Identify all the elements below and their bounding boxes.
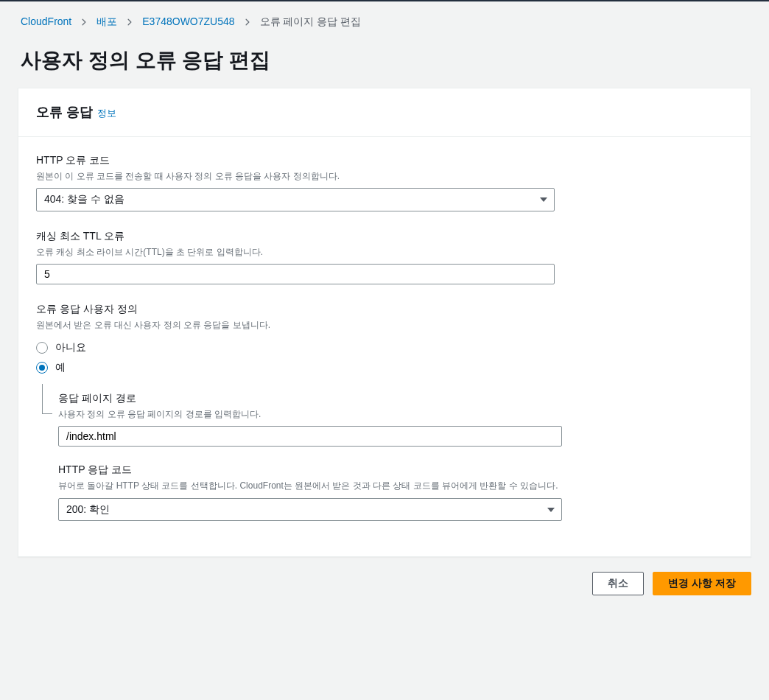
breadcrumb-distributions[interactable]: 배포: [96, 15, 117, 29]
cache-min-ttl-input[interactable]: [36, 264, 555, 284]
error-response-panel: 오류 응답 정보 HTTP 오류 코드 원본이 이 오류 코드를 전송할 때 사…: [18, 88, 751, 558]
panel-title: 오류 응답: [36, 103, 93, 122]
button-row: 취소 변경 사항 저장: [0, 557, 769, 604]
field-http-error-code: HTTP 오류 코드 원본이 이 오류 코드를 전송할 때 사용자 정의 오류 …: [36, 153, 733, 211]
breadcrumb-distribution-id[interactable]: E3748OWO7ZU548: [142, 15, 234, 29]
panel-header: 오류 응답 정보: [18, 88, 751, 137]
field-cache-min-ttl: 캐싱 최소 TTL 오류 오류 캐싱 최소 라이브 시간(TTL)을 초 단위로…: [36, 229, 733, 284]
radio-icon: [36, 342, 48, 354]
breadcrumb: CloudFront 배포 E3748OWO7ZU548 오류 페이지 응답 편…: [0, 1, 769, 35]
field-label: 오류 응답 사용자 정의: [36, 302, 733, 317]
radio-label: 예: [55, 360, 66, 375]
radio-option-no[interactable]: 아니요: [36, 337, 733, 358]
field-response-page-path: 응답 페이지 경로 사용자 정의 오류 응답 페이지의 경로를 입력합니다.: [58, 391, 733, 447]
field-desc: 뷰어로 돌아갈 HTTP 상태 코드를 선택합니다. CloudFront는 원…: [58, 480, 733, 492]
field-label: HTTP 응답 코드: [58, 463, 733, 477]
breadcrumb-cloudfront[interactable]: CloudFront: [21, 15, 71, 29]
radio-icon: [36, 362, 48, 374]
info-link[interactable]: 정보: [97, 107, 116, 120]
radio-label: 아니요: [55, 340, 86, 355]
save-button[interactable]: 변경 사항 저장: [653, 572, 751, 595]
select-value: 200: 확인: [58, 498, 562, 522]
page-title: 사용자 정의 오류 응답 편집: [0, 35, 769, 88]
response-page-path-input[interactable]: [58, 426, 562, 447]
select-value: 404: 찾을 수 없음: [36, 188, 555, 211]
chevron-right-icon: [126, 18, 133, 26]
field-desc: 원본에서 받은 오류 대신 사용자 정의 오류 응답을 보냅니다.: [36, 319, 733, 332]
field-label: 응답 페이지 경로: [58, 391, 733, 406]
breadcrumb-current: 오류 페이지 응답 편집: [260, 15, 362, 29]
radio-option-yes[interactable]: 예: [36, 357, 733, 378]
chevron-right-icon: [244, 18, 251, 26]
cancel-button[interactable]: 취소: [592, 572, 644, 595]
field-label: 캐싱 최소 TTL 오류: [36, 229, 733, 244]
field-http-response-code: HTTP 응답 코드 뷰어로 돌아갈 HTTP 상태 코드를 선택합니다. Cl…: [58, 463, 733, 521]
field-desc: 원본이 이 오류 코드를 전송할 때 사용자 정의 오류 응답을 사용자 정의합…: [36, 170, 733, 183]
chevron-right-icon: [80, 18, 88, 26]
http-error-code-select[interactable]: 404: 찾을 수 없음: [36, 188, 555, 211]
field-label: HTTP 오류 코드: [36, 153, 733, 168]
field-customize-response: 오류 응답 사용자 정의 원본에서 받은 오류 대신 사용자 정의 오류 응답을…: [36, 302, 733, 521]
http-response-code-select[interactable]: 200: 확인: [58, 498, 562, 522]
field-desc: 오류 캐싱 최소 라이브 시간(TTL)을 초 단위로 입력합니다.: [36, 246, 733, 259]
field-desc: 사용자 정의 오류 응답 페이지의 경로를 입력합니다.: [58, 408, 733, 421]
